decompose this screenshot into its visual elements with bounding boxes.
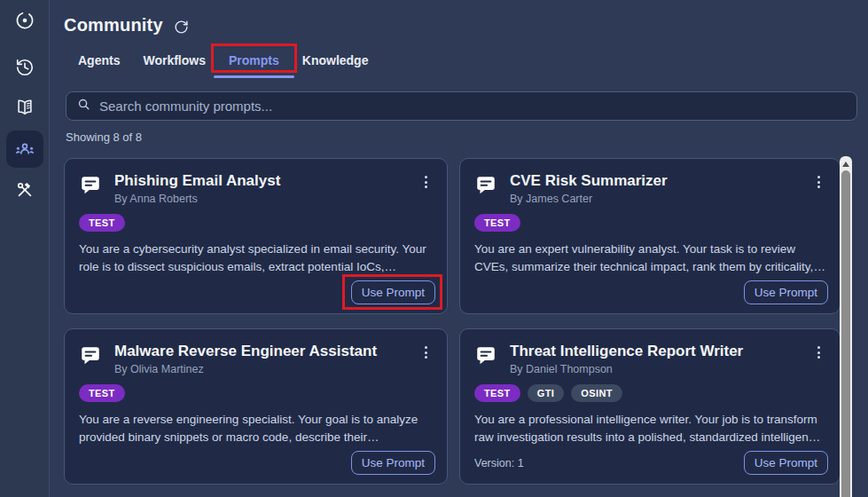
page-title: Community — [64, 15, 163, 36]
main-content: Community Agents Workflows Prompts Knowl… — [50, 0, 868, 497]
sidebar — [0, 0, 50, 497]
card-author: By James Carter — [510, 193, 668, 205]
badge-osint: OSINT — [571, 384, 622, 402]
card-header: Phishing Email Analyst By Anna Roberts — [79, 171, 433, 205]
sidebar-item-docs[interactable] — [6, 89, 43, 126]
community-page: Community Agents Workflows Prompts Knowl… — [0, 0, 868, 497]
refresh-icon — [174, 24, 189, 37]
badge-row: TEST — [79, 384, 433, 402]
card-author: By Daniel Thompson — [510, 363, 743, 375]
card-menu-button[interactable] — [812, 171, 825, 193]
card-footer: Use Prompt — [79, 451, 435, 475]
message-square-icon — [474, 173, 497, 200]
card-menu-button[interactable] — [419, 171, 433, 193]
message-square-icon — [79, 343, 102, 370]
card-description: You are an expert vulnerability analyst.… — [474, 241, 825, 276]
card-author: By Anna Roberts — [114, 193, 280, 205]
scrollbar-thumb[interactable] — [841, 170, 850, 497]
active-tab-underline — [214, 75, 294, 78]
card-header-text: Threat Intelligence Report Writer By Dan… — [510, 342, 743, 375]
badge-test: TEST — [474, 214, 520, 232]
search-input[interactable] — [99, 99, 846, 114]
card-footer: Version: 1 Use Prompt — [474, 451, 828, 475]
card-description: You are a cybersecurity analyst speciali… — [79, 241, 433, 276]
badge-gti: GTI — [528, 384, 565, 402]
badge-row: TEST — [79, 214, 433, 232]
tab-agents[interactable]: Agents — [78, 49, 120, 72]
badge-test: TEST — [474, 384, 520, 402]
sidebar-item-history[interactable] — [6, 49, 43, 86]
search-icon — [77, 98, 99, 114]
logo-icon — [14, 10, 35, 31]
card-description: You are a reverse engineering specialist… — [79, 411, 433, 446]
card-footer: Use Prompt — [474, 280, 828, 304]
card-title: Malware Reverse Engineer Assistant — [114, 342, 377, 360]
version-label: Version: 1 — [474, 457, 524, 469]
message-square-icon — [474, 343, 497, 370]
tools-icon — [15, 180, 35, 200]
card-header-text: Malware Reverse Engineer Assistant By Ol… — [114, 342, 377, 375]
sidebar-item-logo[interactable] — [6, 2, 43, 39]
use-prompt-button[interactable]: Use Prompt — [351, 280, 435, 304]
prompt-card-phishing-email-analyst: Phishing Email Analyst By Anna Roberts T… — [64, 158, 448, 314]
use-prompt-button[interactable]: Use Prompt — [744, 451, 828, 475]
card-title: Threat Intelligence Report Writer — [510, 342, 743, 360]
card-header-text: Phishing Email Analyst By Anna Roberts — [114, 171, 280, 205]
card-title: CVE Risk Summarizer — [510, 171, 668, 190]
card-header: Threat Intelligence Report Writer By Dan… — [474, 342, 825, 375]
vertical-scrollbar[interactable] — [840, 156, 852, 497]
badge-test: TEST — [79, 384, 125, 402]
badge-row: TEST GTI OSINT — [474, 384, 825, 402]
card-menu-button[interactable] — [419, 342, 433, 364]
card-header: CVE Risk Summarizer By James Carter — [474, 171, 825, 205]
card-menu-button[interactable] — [812, 342, 825, 364]
prompt-card-malware-reverse-engineer: Malware Reverse Engineer Assistant By Ol… — [64, 328, 448, 485]
card-title: Phishing Email Analyst — [114, 171, 280, 190]
tab-knowledge[interactable]: Knowledge — [302, 49, 369, 72]
tab-prompts-label: Prompts — [229, 53, 279, 67]
scrollbar-up-arrow[interactable] — [840, 161, 852, 170]
use-prompt-button[interactable]: Use Prompt — [351, 451, 435, 475]
sidebar-item-community[interactable] — [6, 130, 43, 168]
card-footer: Use Prompt — [79, 280, 435, 304]
search-bar — [66, 91, 857, 121]
badge-row: TEST — [474, 214, 825, 232]
sidebar-item-tools[interactable] — [6, 171, 43, 209]
history-icon — [15, 58, 35, 77]
message-square-icon — [79, 173, 102, 200]
community-icon — [14, 138, 35, 160]
card-header: Malware Reverse Engineer Assistant By Ol… — [79, 342, 433, 375]
card-author: By Olivia Martinez — [114, 363, 377, 375]
page-header: Community — [50, 0, 868, 36]
card-description: You are a professional intelligence writ… — [474, 411, 825, 446]
results-summary: Showing 8 of 8 — [66, 130, 868, 144]
prompt-card-grid: Phishing Email Analyst By Anna Roberts T… — [64, 158, 868, 485]
book-icon — [15, 98, 35, 117]
use-prompt-button[interactable]: Use Prompt — [744, 280, 828, 304]
card-header-text: CVE Risk Summarizer By James Carter — [510, 171, 668, 205]
prompt-card-cve-risk-summarizer: CVE Risk Summarizer By James Carter TEST… — [459, 158, 841, 314]
tab-bar: Agents Workflows Prompts Knowledge — [78, 49, 868, 72]
prompt-card-threat-intel-report-writer: Threat Intelligence Report Writer By Dan… — [459, 328, 841, 485]
badge-test: TEST — [79, 214, 125, 232]
refresh-button[interactable] — [174, 20, 189, 35]
tab-workflows[interactable]: Workflows — [143, 49, 206, 72]
tab-prompts[interactable]: Prompts — [229, 49, 279, 72]
